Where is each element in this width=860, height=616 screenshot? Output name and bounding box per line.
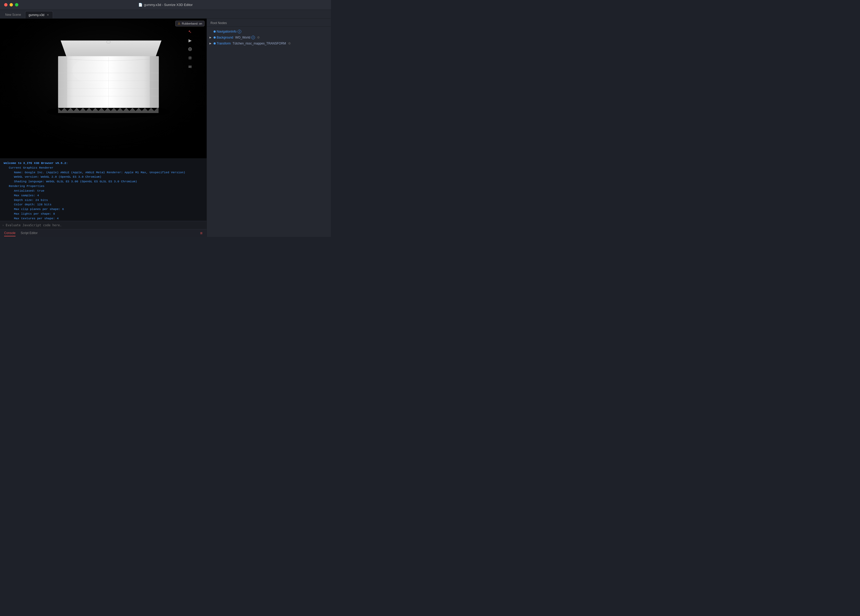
close-button[interactable] <box>4 3 8 6</box>
tree-dot-nav <box>213 30 216 33</box>
viewport-toolbar: ⚠ Rubberband: on ↖ ▶ <box>175 21 204 70</box>
tree-dot-transform <box>213 42 216 44</box>
js-input-area: › <box>0 221 207 229</box>
tree-label-navigation-info: NavigationInfo <box>217 30 237 34</box>
console-line-3: WebGL version: WebGL 2.0 (OpenGL ES 3.0 … <box>4 174 203 179</box>
hamburger-icon[interactable]: ≡ <box>200 231 202 236</box>
titlebar: 📄 gummy.x3d - Sunrize X3D Editor <box>0 0 331 10</box>
rubberband-badge: ⚠ Rubberband: on <box>175 21 204 27</box>
right-panel-header: Root Nodes <box>207 19 331 27</box>
edit-tool-button[interactable] <box>187 63 194 70</box>
console-line-7: Max samples: 4 <box>4 193 203 198</box>
play-button[interactable]: ▶ <box>187 37 194 44</box>
maximize-button[interactable] <box>15 3 18 6</box>
viewport-area: ⚠ Rubberband: on ↖ ▶ <box>0 19 207 237</box>
tab-close-button[interactable]: ✕ <box>46 13 50 17</box>
window-controls[interactable] <box>4 3 18 6</box>
svg-point-15 <box>190 49 191 50</box>
console-line-11: Max lights per shape: 8 <box>4 212 203 216</box>
tab-new-scene[interactable]: New Scene <box>2 11 24 18</box>
svg-point-14 <box>188 47 191 51</box>
tab-script-editor[interactable]: Script Editor <box>21 230 38 236</box>
3d-viewport[interactable]: ⚠ Rubberband: on ↖ ▶ <box>0 19 207 158</box>
console-line-8: Depth size: 24 bits <box>4 198 203 203</box>
console-line-1: Current Graphics Renderer <box>4 165 203 170</box>
svg-line-24 <box>189 59 189 60</box>
svg-rect-5 <box>58 56 67 108</box>
scene-tree: NavigationInfo i ▶ Background WO_World i… <box>207 27 331 48</box>
sun-icon <box>188 56 192 60</box>
console-line-welcome: Welcome to X_ITE X3D Browser v9.5.2: <box>4 161 203 165</box>
tree-info-icon-bg[interactable]: i <box>251 36 255 39</box>
svg-line-21 <box>189 57 189 57</box>
bottom-tabbar: Console Script Editor ≡ <box>0 229 207 237</box>
js-prompt: › <box>3 223 4 227</box>
svg-point-13 <box>72 57 114 83</box>
svg-line-22 <box>191 59 191 60</box>
svg-rect-6 <box>150 56 159 108</box>
console-line-10: Max clip planes per shape: 6 <box>4 207 203 212</box>
tree-item-navigation-info[interactable]: NavigationInfo i <box>209 29 328 35</box>
console-line-2: Name: Google Inc. (Apple) ANGLE (Apple, … <box>4 170 203 175</box>
scene-container: ⚠ Rubberband: on ↖ ▶ <box>0 19 207 158</box>
warning-icon: ⚠ <box>177 22 180 25</box>
tab-console[interactable]: Console <box>4 230 16 236</box>
edit-icon <box>188 64 192 69</box>
console-line-9: Color depth: 128 bits <box>4 202 203 207</box>
console-line-4: Shading language: WebGL GLSL ES 3.00 (Op… <box>4 179 203 184</box>
tree-info-icon-nav[interactable]: i <box>238 30 241 33</box>
tree-item-transform[interactable]: ▶ Transform Tütchen_rissc_mappes_TRANSFO… <box>209 41 328 47</box>
tree-label-background-type: Background <box>217 35 233 40</box>
tree-dot-bg <box>213 36 216 39</box>
tree-arrow-bg: ▶ <box>209 36 213 39</box>
cursor-tool-button[interactable]: ↖ <box>187 28 194 35</box>
tab-bar: New Scene gummy.x3d ✕ <box>0 10 331 19</box>
bottom-tabs: Console Script Editor <box>4 230 38 236</box>
file-icon: 📄 <box>138 3 143 7</box>
camera-tool-button[interactable] <box>187 46 194 53</box>
tree-settings-icon-bg[interactable]: ⚙ <box>257 35 260 40</box>
console-line-5: Rendering Properties <box>4 184 203 189</box>
tree-label-transform-type: Transform <box>217 41 231 46</box>
tab-gummy[interactable]: gummy.x3d ✕ <box>25 11 53 18</box>
svg-line-23 <box>191 57 191 57</box>
svg-point-16 <box>189 57 191 59</box>
light-tool-button[interactable] <box>187 54 194 61</box>
minimize-button[interactable] <box>9 3 13 6</box>
camera-icon <box>188 47 192 51</box>
tree-label-transform-name: Tütchen_rissc_mappes_TRANSFORM <box>232 41 286 46</box>
tree-settings-icon-transform[interactable]: ⚙ <box>288 41 291 46</box>
window-title: 📄 gummy.x3d - Sunrize X3D Editor <box>138 3 193 7</box>
tree-label-background-name: WO_World <box>234 35 250 40</box>
tree-arrow-transform: ▶ <box>209 42 213 45</box>
js-input[interactable] <box>6 223 204 227</box>
main-layout: ⚠ Rubberband: on ↖ ▶ <box>0 19 331 237</box>
console-line-6: Antialiased: true <box>4 189 203 193</box>
right-panel: Root Nodes NavigationInfo i ▶ Background… <box>207 19 331 237</box>
console-output[interactable]: Welcome to X_ITE X3D Browser v9.5.2: Cur… <box>0 158 207 221</box>
console-line-12: Max textures per shape: 4 <box>4 216 203 221</box>
tree-item-background[interactable]: ▶ Background WO_World i ⚙ <box>209 35 328 41</box>
